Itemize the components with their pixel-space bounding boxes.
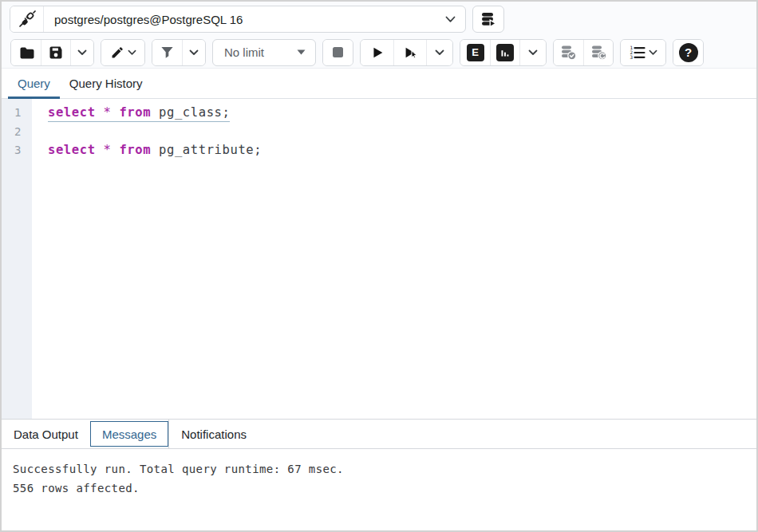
- chevron-down-icon: [649, 49, 657, 56]
- commit-button[interactable]: [554, 40, 583, 65]
- editor-line: 2: [2, 123, 756, 142]
- chevron-down-icon: [189, 49, 199, 56]
- database-new-icon: [480, 11, 497, 28]
- chevron-down-icon: [435, 49, 444, 56]
- help-button[interactable]: ?: [673, 40, 703, 65]
- file-group: [10, 39, 94, 66]
- row-limit-value: No limit: [224, 45, 297, 59]
- explain-options-dropdown[interactable]: [519, 40, 546, 65]
- svg-text:3: 3: [630, 53, 634, 59]
- execute-options-dropdown[interactable]: [426, 40, 452, 65]
- stop-icon: [331, 45, 345, 59]
- chevron-down-icon: [445, 16, 456, 23]
- editor-tabbar: Query Query History: [2, 69, 756, 99]
- message-text: 556 rows affected.: [13, 479, 756, 498]
- tab-messages[interactable]: Messages: [90, 421, 168, 447]
- macros-dropdown[interactable]: 1 2 3: [621, 40, 665, 65]
- tab-query-history[interactable]: Query History: [60, 69, 152, 98]
- play-cursor-icon: [402, 45, 419, 61]
- sql-editor[interactable]: 1 select * from pg_class; 2 3 select * f…: [2, 99, 756, 419]
- editor-line: 1 select * from pg_class;: [2, 104, 756, 123]
- chevron-down-icon: [528, 49, 538, 56]
- save-icon: [48, 45, 64, 61]
- filter-options-dropdown[interactable]: [182, 40, 205, 65]
- query-toolbar: No limit: [2, 37, 756, 69]
- line-number: 1: [2, 104, 32, 123]
- connection-group: postgres/postgres@PostgreSQL 16: [10, 6, 466, 33]
- connection-status-button[interactable]: [10, 6, 44, 32]
- tab-messages-label: Messages: [102, 428, 156, 441]
- database-commit-icon: [560, 44, 577, 61]
- row-limit-select[interactable]: No limit: [212, 39, 316, 66]
- chevron-down-icon: [77, 49, 87, 56]
- filter-button[interactable]: [152, 40, 182, 65]
- messages-panel: Successfully run. Total query runtime: 6…: [2, 449, 756, 530]
- macros-group: 1 2 3: [620, 39, 666, 66]
- open-file-button[interactable]: [11, 40, 41, 65]
- execute-from-cursor-button[interactable]: [393, 40, 426, 65]
- caret-down-icon: [297, 49, 306, 55]
- line-number: 3: [2, 141, 32, 160]
- message-text: Successfully run. Total query runtime: 6…: [13, 459, 756, 479]
- save-button[interactable]: [41, 40, 70, 65]
- code-line: select * from pg_class;: [32, 104, 230, 123]
- execute-group: [360, 39, 453, 66]
- tab-query[interactable]: Query: [8, 69, 60, 98]
- line-number: 2: [2, 123, 32, 142]
- explain-icon: E: [467, 44, 484, 61]
- tab-data-output[interactable]: Data Output: [2, 420, 90, 448]
- code-line: [32, 123, 48, 142]
- filter-icon: [160, 45, 175, 60]
- explain-analyze-button[interactable]: [490, 40, 519, 65]
- stop-button[interactable]: [323, 40, 353, 65]
- new-connection-button[interactable]: [472, 6, 504, 33]
- connection-select[interactable]: postgres/postgres@PostgreSQL 16: [44, 6, 465, 32]
- output-tabbar: Data Output Messages Notifications: [2, 419, 756, 449]
- edit-group: [101, 39, 145, 66]
- filter-group: [152, 39, 206, 66]
- connection-bar: postgres/postgres@PostgreSQL 16: [2, 2, 756, 37]
- play-icon: [369, 45, 385, 61]
- editor-line: 3 select * from pg_attribute;: [2, 141, 756, 160]
- database-rollback-icon: [590, 44, 607, 61]
- stop-group: [322, 39, 353, 66]
- tab-notifications[interactable]: Notifications: [168, 420, 259, 448]
- save-options-dropdown[interactable]: [70, 40, 93, 65]
- tab-query-history-label: Query History: [69, 77, 143, 90]
- rollback-button[interactable]: [583, 40, 613, 65]
- help-icon: ?: [679, 43, 698, 62]
- query-tool-window: postgres/postgres@PostgreSQL 16: [0, 0, 758, 532]
- edit-options-dropdown[interactable]: [101, 40, 144, 65]
- execute-button[interactable]: [361, 40, 393, 65]
- chevron-down-icon: [128, 49, 136, 56]
- explain-group: E: [460, 39, 547, 66]
- numbered-list-icon: 1 2 3: [629, 45, 645, 61]
- executed-query-underline: select * from pg_class;: [48, 105, 230, 122]
- explain-button[interactable]: E: [460, 40, 490, 65]
- code-line: select * from pg_attribute;: [32, 141, 262, 160]
- tab-query-label: Query: [18, 77, 50, 90]
- help-group: ?: [673, 39, 704, 66]
- folder-icon: [18, 45, 34, 61]
- explain-analyze-icon: [496, 44, 514, 61]
- plug-icon: [18, 10, 36, 28]
- tab-notifications-label: Notifications: [181, 428, 247, 441]
- connection-select-value: postgres/postgres@PostgreSQL 16: [54, 13, 445, 26]
- transaction-group: [553, 39, 614, 66]
- tab-data-output-label: Data Output: [14, 428, 78, 441]
- pencil-icon: [110, 45, 124, 60]
